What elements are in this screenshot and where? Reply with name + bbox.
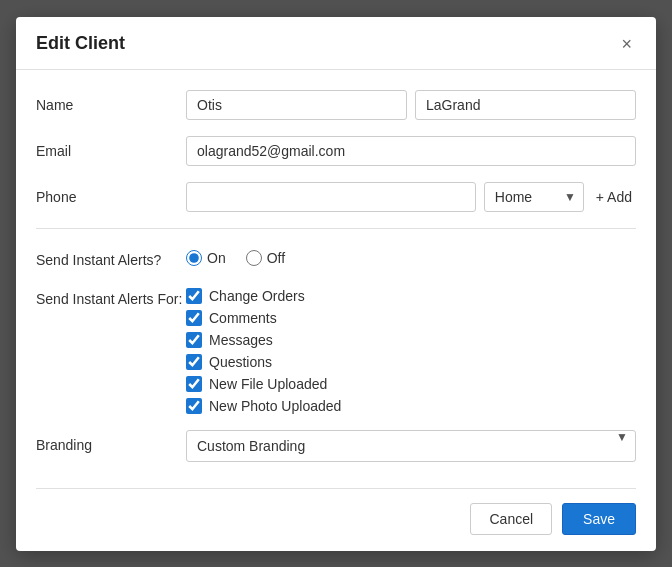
close-button[interactable]: ×: [617, 33, 636, 55]
name-label: Name: [36, 90, 186, 113]
phone-type-select-wrap: Home Mobile Work Other ▼: [484, 182, 584, 212]
alerts-on-text: On: [207, 250, 226, 266]
alert-questions[interactable]: Questions: [186, 354, 341, 370]
checkbox-new-file-label: New File Uploaded: [209, 376, 327, 392]
alerts-on-label[interactable]: On: [186, 250, 226, 266]
name-controls: [186, 90, 636, 120]
last-name-input[interactable]: [415, 90, 636, 120]
checkbox-questions-label: Questions: [209, 354, 272, 370]
alerts-off-label[interactable]: Off: [246, 250, 285, 266]
instant-alerts-label: Send Instant Alerts?: [36, 245, 186, 268]
phone-controls: Home Mobile Work Other ▼ + Add: [186, 182, 636, 212]
first-name-input[interactable]: [186, 90, 407, 120]
checkbox-change-orders[interactable]: [186, 288, 202, 304]
alerts-for-controls: Change Orders Comments Messages Que: [186, 284, 636, 414]
checkbox-messages-label: Messages: [209, 332, 273, 348]
checkbox-new-file[interactable]: [186, 376, 202, 392]
alert-comments[interactable]: Comments: [186, 310, 341, 326]
alerts-checkbox-list: Change Orders Comments Messages Que: [186, 284, 341, 414]
modal-title: Edit Client: [36, 33, 125, 54]
alert-new-photo[interactable]: New Photo Uploaded: [186, 398, 341, 414]
checkbox-new-photo[interactable]: [186, 398, 202, 414]
phone-label: Phone: [36, 182, 186, 205]
save-button[interactable]: Save: [562, 503, 636, 535]
email-row: Email: [36, 136, 636, 166]
alerts-radio-group: On Off: [186, 245, 285, 266]
divider-1: [36, 228, 636, 229]
phone-type-select[interactable]: Home Mobile Work Other: [484, 182, 584, 212]
email-label: Email: [36, 136, 186, 159]
alerts-on-radio[interactable]: [186, 250, 202, 266]
branding-select-wrap: Custom Branding Default Branding ▼: [186, 430, 636, 462]
email-input[interactable]: [186, 136, 636, 166]
alerts-off-text: Off: [267, 250, 285, 266]
email-controls: [186, 136, 636, 166]
alerts-for-row: Send Instant Alerts For: Change Orders C…: [36, 284, 636, 414]
modal-body: Name Email Phone: [16, 70, 656, 488]
name-row: Name: [36, 90, 636, 120]
instant-alerts-controls: On Off: [186, 245, 636, 266]
modal-header: Edit Client ×: [16, 17, 656, 70]
branding-label: Branding: [36, 430, 186, 453]
modal-footer: Cancel Save: [16, 489, 656, 551]
checkbox-questions[interactable]: [186, 354, 202, 370]
checkbox-comments[interactable]: [186, 310, 202, 326]
alerts-for-label: Send Instant Alerts For:: [36, 284, 186, 307]
alert-messages[interactable]: Messages: [186, 332, 341, 348]
cancel-button[interactable]: Cancel: [470, 503, 552, 535]
checkbox-new-photo-label: New Photo Uploaded: [209, 398, 341, 414]
checkbox-comments-label: Comments: [209, 310, 277, 326]
alert-change-orders[interactable]: Change Orders: [186, 288, 341, 304]
branding-row: Branding Custom Branding Default Brandin…: [36, 430, 636, 462]
branding-controls: Custom Branding Default Branding ▼: [186, 430, 636, 462]
checkbox-change-orders-label: Change Orders: [209, 288, 305, 304]
phone-input[interactable]: [186, 182, 476, 212]
edit-client-modal: Edit Client × Name Email Phone: [16, 17, 656, 551]
instant-alerts-row: Send Instant Alerts? On Off: [36, 245, 636, 268]
add-phone-button[interactable]: + Add: [592, 183, 636, 211]
phone-row: Phone Home Mobile Work Other ▼ + Add: [36, 182, 636, 212]
alert-new-file[interactable]: New File Uploaded: [186, 376, 341, 392]
checkbox-messages[interactable]: [186, 332, 202, 348]
branding-select[interactable]: Custom Branding Default Branding: [186, 430, 636, 462]
alerts-off-radio[interactable]: [246, 250, 262, 266]
